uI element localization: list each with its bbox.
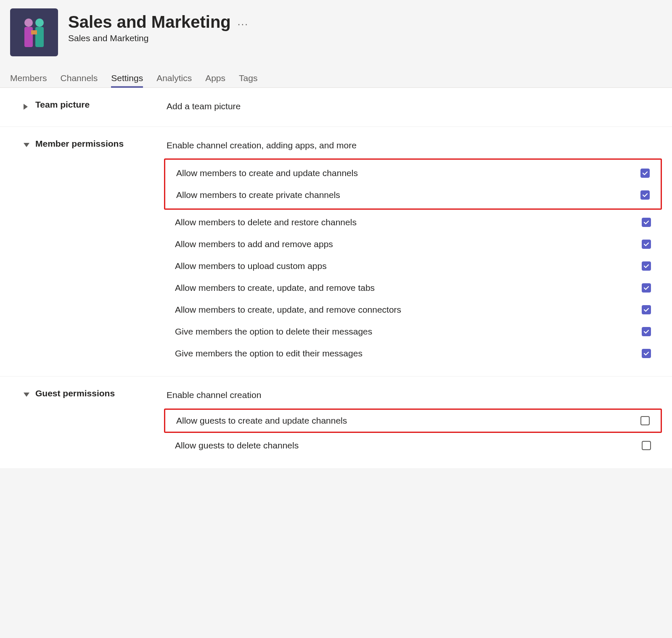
highlighted-guest-permission: Allow guests to create and update channe…: [164, 409, 662, 433]
section-team-picture: Team picture Add a team picture: [0, 88, 672, 127]
section-guest-permissions: Guest permissions Enable channel creatio…: [0, 377, 672, 468]
check-icon: [642, 192, 648, 198]
svg-point-0: [24, 18, 33, 27]
checkbox-add-remove-apps[interactable]: [642, 240, 651, 249]
section-desc-team-picture: Add a team picture: [167, 100, 659, 113]
section-desc-guest-permissions: Enable channel creation: [167, 388, 659, 402]
permission-label: Allow members to create, update, and rem…: [175, 283, 375, 293]
checkbox-tabs[interactable]: [642, 283, 651, 293]
chevron-down-icon[interactable]: [24, 393, 29, 397]
checkbox-edit-messages[interactable]: [642, 349, 651, 358]
permission-row: Allow members to create and update chann…: [165, 162, 661, 184]
check-icon: [643, 329, 649, 335]
permission-label: Give members the option to delete their …: [175, 327, 372, 337]
tab-members[interactable]: Members: [10, 69, 47, 87]
check-icon: [643, 263, 649, 269]
checkbox-guest-create-update-channels[interactable]: [640, 416, 650, 425]
permission-row: Allow guests to delete channels: [167, 435, 659, 456]
tab-apps[interactable]: Apps: [205, 69, 225, 87]
checkbox-create-update-channels[interactable]: [640, 169, 650, 178]
section-member-permissions: Member permissions Enable channel creati…: [0, 127, 672, 377]
team-subtitle: Sales and Marketing: [68, 33, 249, 43]
permission-label: Allow members to create and update chann…: [176, 168, 358, 178]
checkbox-delete-restore-channels[interactable]: [642, 218, 651, 227]
checkbox-connectors[interactable]: [642, 305, 651, 314]
permission-label: Allow guests to delete channels: [175, 440, 299, 451]
section-title-guest-permissions: Guest permissions: [35, 388, 167, 398]
checkbox-upload-custom-apps[interactable]: [642, 261, 651, 271]
team-avatar[interactable]: [10, 8, 58, 56]
section-title-member-permissions: Member permissions: [35, 139, 167, 149]
permission-row: Allow guests to create and update channe…: [165, 410, 661, 432]
permission-label: Allow members to add and remove apps: [175, 239, 333, 249]
permission-row: Give members the option to delete their …: [167, 321, 659, 343]
handshake-icon: [21, 17, 47, 48]
check-icon: [643, 307, 649, 313]
team-title: Sales and Marketing: [68, 13, 231, 32]
highlighted-member-permissions: Allow members to create and update chann…: [164, 158, 662, 210]
checkbox-create-private-channels[interactable]: [640, 190, 650, 200]
permission-row: Give members the option to edit their me…: [167, 343, 659, 364]
check-icon: [642, 170, 648, 176]
permission-row: Allow members to add and remove apps: [167, 233, 659, 255]
permission-label: Allow members to delete and restore chan…: [175, 217, 357, 227]
tab-bar: Members Channels Settings Analytics Apps…: [0, 56, 672, 88]
permission-label: Allow guests to create and update channe…: [176, 416, 347, 426]
permission-row: Allow members to delete and restore chan…: [167, 211, 659, 233]
permission-row: Allow members to create, update, and rem…: [167, 299, 659, 321]
tab-channels[interactable]: Channels: [61, 69, 98, 87]
section-title-team-picture: Team picture: [35, 100, 167, 110]
permission-label: Give members the option to edit their me…: [175, 348, 362, 359]
settings-content: Team picture Add a team picture Member p…: [0, 88, 672, 468]
tab-settings[interactable]: Settings: [111, 69, 143, 87]
team-header: Sales and Marketing ··· Sales and Market…: [0, 0, 672, 56]
check-icon: [643, 219, 649, 225]
check-icon: [643, 285, 649, 291]
svg-point-1: [35, 18, 44, 27]
permission-label: Allow members to create, update, and rem…: [175, 305, 401, 315]
checkbox-guest-delete-channels[interactable]: [642, 441, 651, 450]
permission-row: Allow members to create private channels: [165, 184, 661, 206]
checkbox-delete-messages[interactable]: [642, 327, 651, 336]
section-desc-member-permissions: Enable channel creation, adding apps, an…: [167, 139, 659, 152]
tab-analytics[interactable]: Analytics: [156, 69, 192, 87]
permission-label: Allow members to upload custom apps: [175, 261, 327, 271]
tab-tags[interactable]: Tags: [239, 69, 257, 87]
permission-row: Allow members to create, update, and rem…: [167, 277, 659, 299]
check-icon: [643, 241, 649, 247]
permission-row: Allow members to upload custom apps: [167, 255, 659, 277]
check-icon: [643, 351, 649, 356]
permission-label: Allow members to create private channels: [176, 190, 340, 200]
more-options-icon[interactable]: ···: [238, 15, 249, 30]
chevron-down-icon[interactable]: [24, 143, 29, 147]
chevron-right-icon[interactable]: [24, 104, 28, 110]
